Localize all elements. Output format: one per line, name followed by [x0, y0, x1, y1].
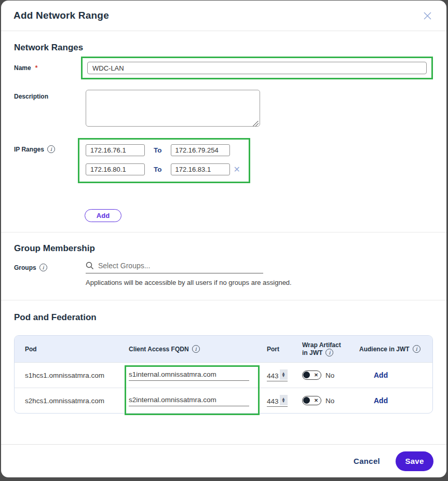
cancel-button[interactable]: Cancel	[354, 457, 380, 465]
audience-add-link[interactable]: Add	[374, 371, 388, 379]
toggle-knob	[303, 372, 310, 378]
ip-ranges-row: IP Ranges i To To ✕	[14, 138, 433, 183]
port-stepper-icon[interactable]: ▲▼	[280, 369, 288, 380]
description-textarea[interactable]	[86, 90, 260, 127]
ip-to-input-2[interactable]	[171, 163, 230, 175]
group-membership-heading: Group Membership	[14, 243, 433, 254]
wrap-artifact-info-icon[interactable]: i	[325, 349, 333, 356]
col-header-pod: Pod	[15, 346, 129, 353]
close-icon[interactable]	[421, 9, 434, 22]
ip-ranges-info-icon[interactable]: i	[47, 145, 55, 153]
toggle-knob	[303, 397, 310, 404]
groups-row: Groups i Applications will be accessible…	[14, 262, 433, 286]
col-header-fqdn: Client Access FQDN i	[129, 345, 267, 353]
save-button[interactable]: Save	[396, 451, 433, 471]
ip-ranges-label: IP Ranges i	[14, 138, 86, 153]
col-header-audience: Audience in JWT i	[359, 345, 432, 353]
search-icon	[86, 262, 94, 270]
add-network-range-dialog: Add Network Range Network Ranges Name* D…	[1, 1, 446, 477]
name-label-text: Name	[14, 64, 31, 72]
col-header-audience-text: Audience in JWT	[359, 346, 410, 353]
add-ip-range-button[interactable]: Add	[85, 209, 121, 222]
description-label: Description	[14, 90, 86, 100]
groups-field-col: Applications will be accessible by all u…	[86, 262, 433, 286]
col-header-wrap-line1: Wrap Artifact	[302, 341, 359, 349]
audience-cell: Add	[359, 371, 432, 379]
groups-info-icon[interactable]: i	[39, 264, 47, 271]
wrap-artifact-cell: ✕ No	[302, 370, 359, 380]
name-row: Name*	[14, 57, 433, 79]
ip-range-row-2: To ✕	[86, 163, 242, 175]
audience-info-icon[interactable]: i	[413, 345, 420, 353]
table-row: s1hcs1.omnissatmra.com 443 ▲▼ ✕	[15, 362, 432, 388]
groups-label: Groups i	[14, 262, 86, 271]
table-header-row: Pod Client Access FQDN i Port Wrap Artif…	[15, 336, 432, 362]
close-x-glyph	[423, 11, 432, 20]
audience-cell: Add	[359, 396, 432, 405]
name-label: Name*	[14, 57, 86, 72]
audience-add-link[interactable]: Add	[374, 396, 388, 405]
dialog-header: Add Network Range	[1, 1, 446, 31]
port-value: 443	[267, 397, 279, 405]
to-label: To	[154, 146, 162, 154]
dialog-title: Add Network Range	[13, 10, 109, 21]
pod-name-cell: s2hcs1.omnissatmra.com	[15, 397, 129, 405]
name-highlight-box	[81, 57, 433, 79]
port-stepper-icon[interactable]: ▲▼	[280, 395, 288, 405]
wrap-artifact-toggle[interactable]: ✕	[302, 396, 321, 405]
port-input[interactable]: 443 ▲▼	[267, 369, 288, 381]
client-access-fqdn-input[interactable]	[129, 395, 249, 406]
name-input[interactable]	[87, 62, 427, 74]
col-header-wrap-line2: in JWT	[302, 349, 322, 356]
ip-ranges-label-text: IP Ranges	[14, 146, 44, 153]
client-access-fqdn-input[interactable]	[129, 369, 249, 381]
description-row: Description	[14, 90, 433, 129]
section-divider	[1, 300, 446, 300]
table-row: s2hcs1.omnissatmra.com 443 ▲▼ ✕	[15, 388, 432, 413]
wrap-artifact-toggle[interactable]: ✕	[302, 370, 321, 380]
ip-from-input-2[interactable]	[86, 163, 145, 175]
groups-label-text: Groups	[14, 264, 36, 271]
ip-range-row-1: To	[86, 144, 242, 156]
pod-federation-table: Pod Client Access FQDN i Port Wrap Artif…	[14, 335, 433, 414]
section-divider	[1, 232, 446, 232]
dialog-body: Network Ranges Name* Description IP Rang…	[1, 31, 446, 444]
to-label: To	[154, 166, 162, 173]
group-search-input[interactable]	[98, 262, 263, 270]
port-cell: 443 ▲▼	[267, 395, 302, 407]
description-field-wrap	[86, 90, 260, 129]
pod-federation-heading: Pod and Federation	[14, 312, 433, 323]
group-select-box[interactable]	[86, 262, 263, 273]
toggle-state-label: No	[325, 397, 334, 405]
wrap-artifact-cell: ✕ No	[302, 396, 359, 405]
col-header-wrap-artifact: Wrap Artifact in JWT i	[302, 341, 359, 356]
fqdn-cell	[129, 395, 267, 406]
remove-ip-range-icon[interactable]: ✕	[234, 166, 240, 174]
port-cell: 443 ▲▼	[267, 369, 302, 381]
ip-ranges-highlight-box: To To ✕	[78, 138, 250, 183]
toggle-x-icon: ✕	[314, 373, 318, 378]
col-header-port: Port	[267, 346, 302, 353]
fqdn-info-icon[interactable]: i	[192, 345, 200, 353]
toggle-x-icon: ✕	[314, 398, 318, 403]
toggle-state-label: No	[325, 372, 334, 379]
fqdn-cell	[129, 369, 267, 381]
port-value: 443	[267, 372, 279, 380]
groups-helper-text: Applications will be accessible by all u…	[86, 279, 433, 286]
ip-from-input-1[interactable]	[86, 144, 145, 156]
dialog-footer: Cancel Save	[1, 444, 446, 477]
port-input[interactable]: 443 ▲▼	[267, 395, 288, 407]
ip-to-input-1[interactable]	[171, 144, 230, 156]
pod-name-cell: s1hcs1.omnissatmra.com	[15, 372, 129, 379]
required-asterisk: *	[35, 64, 38, 72]
col-header-fqdn-text: Client Access FQDN	[129, 346, 189, 353]
pod-table-wrap: Pod Client Access FQDN i Port Wrap Artif…	[14, 335, 433, 414]
network-ranges-heading: Network Ranges	[14, 43, 433, 53]
